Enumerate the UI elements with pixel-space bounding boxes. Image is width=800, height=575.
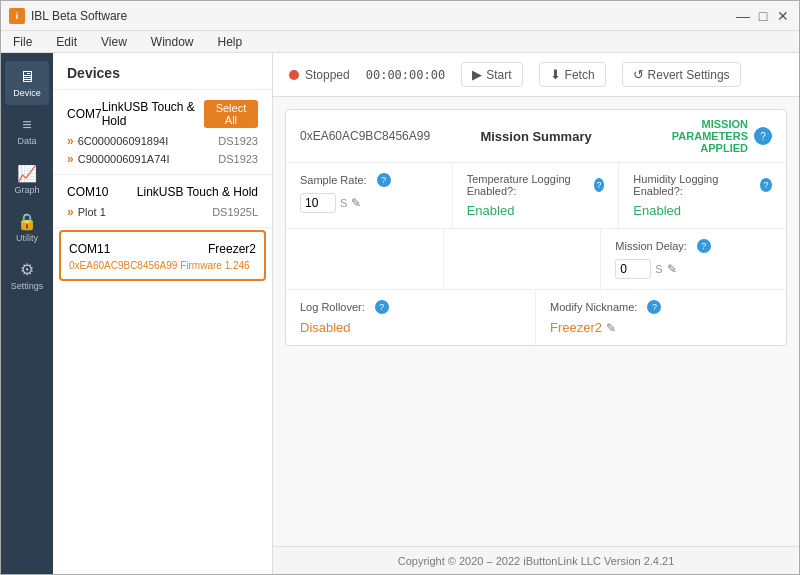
menu-edit[interactable]: Edit <box>50 33 83 51</box>
mission-title: Mission Summary <box>430 129 642 144</box>
log-rollover-cell: Log Rollover: ? Disabled <box>286 290 536 345</box>
com10-type: LinkUSB Touch & Hold <box>137 185 258 199</box>
mission-delay-row: Mission Delay: ? S ✎ <box>286 229 786 290</box>
mission-applied: MISSION PARAMETERS APPLIED <box>642 118 748 154</box>
sample-rate-input[interactable] <box>300 193 336 213</box>
menu-file[interactable]: File <box>7 33 38 51</box>
log-rollover-help-icon[interactable]: ? <box>375 300 389 314</box>
top-bar: Stopped 00:00:00:00 ▶ Start ⬇ Fetch ↺ Re… <box>273 53 799 97</box>
title-bar: i IBL Beta Software — □ ✕ <box>1 1 799 31</box>
temp-logging-value: Enabled <box>467 203 605 218</box>
devices-header: Devices <box>53 53 272 90</box>
start-button[interactable]: ▶ Start <box>461 62 522 87</box>
menu-view[interactable]: View <box>95 33 133 51</box>
device-model-plot1: DS1925L <box>212 206 258 218</box>
device-model-c9: DS1923 <box>218 153 258 165</box>
device-id-plot1: Plot 1 <box>78 206 208 218</box>
chevron-icon-plot1: » <box>67 205 74 219</box>
select-all-button[interactable]: Select All <box>204 100 258 128</box>
mission-delay-input[interactable] <box>615 259 651 279</box>
data-icon: ≡ <box>22 116 31 134</box>
sidebar-item-data[interactable]: ≡ Data <box>5 109 49 153</box>
device-id-c9: C9000006091A74I <box>78 153 215 165</box>
sidebar-label-utility: Utility <box>16 233 38 243</box>
device-id-6c: 6C000006091894I <box>78 135 215 147</box>
menu-window[interactable]: Window <box>145 33 200 51</box>
mission-panel: 0xEA60AC9BC8456A99 Mission Summary MISSI… <box>285 109 787 346</box>
device-group-com10-header: COM10 LinkUSB Touch & Hold <box>53 181 272 203</box>
sample-rate-cell: Sample Rate: ? S ✎ <box>286 163 453 229</box>
spacer-mid <box>444 229 602 289</box>
sample-rate-edit-icon[interactable]: ✎ <box>351 196 361 210</box>
mission-address: 0xEA60AC9BC8456A99 <box>300 129 430 143</box>
menu-help[interactable]: Help <box>212 33 249 51</box>
status-dot <box>289 70 299 80</box>
modify-nickname-input-row: Freezer2 ✎ <box>550 320 772 335</box>
device-row-plot1[interactable]: » Plot 1 DS1925L <box>53 203 272 221</box>
fetch-label: Fetch <box>565 68 595 82</box>
start-label: Start <box>486 68 511 82</box>
temp-logging-label: Temperature Logging Enabled?: ? <box>467 173 605 197</box>
utility-icon: 🔒 <box>17 212 37 231</box>
com10-port: COM10 <box>67 185 108 199</box>
sidebar-item-utility[interactable]: 🔒 Utility <box>5 205 49 249</box>
fetch-icon: ⬇ <box>550 67 561 82</box>
time-display: 00:00:00:00 <box>366 68 445 82</box>
sample-rate-label: Sample Rate: ? <box>300 173 438 187</box>
modify-nickname-help-icon[interactable]: ? <box>647 300 661 314</box>
modify-nickname-label: Modify Nickname: ? <box>550 300 772 314</box>
mission-help-icon[interactable]: ? <box>754 127 772 145</box>
device-group-com10: COM10 LinkUSB Touch & Hold » Plot 1 DS19… <box>53 175 272 228</box>
close-button[interactable]: ✕ <box>775 8 791 24</box>
main-area: 🖥 Device ≡ Data 📈 Graph 🔒 Utility ⚙ Sett… <box>1 53 799 574</box>
com11-port: COM11 <box>69 242 110 256</box>
modify-nickname-value: Freezer2 <box>550 320 602 335</box>
modify-nickname-cell: Modify Nickname: ? Freezer2 ✎ <box>536 290 786 345</box>
device-row-c9[interactable]: » C9000006091A74I DS1923 <box>53 150 272 168</box>
fetch-button[interactable]: ⬇ Fetch <box>539 62 606 87</box>
revert-settings-button[interactable]: ↺ Revert Settings <box>622 62 741 87</box>
mission-delay-help-icon[interactable]: ? <box>697 239 711 253</box>
minimize-button[interactable]: — <box>735 8 751 24</box>
humidity-logging-cell: Humidity Logging Enabled?: ? Enabled <box>619 163 786 229</box>
sample-rate-help-icon[interactable]: ? <box>377 173 391 187</box>
temp-logging-help-icon[interactable]: ? <box>594 178 604 192</box>
maximize-button[interactable]: □ <box>755 8 771 24</box>
mission-grid-row1: Sample Rate: ? S ✎ <box>286 163 786 229</box>
mission-delay-edit-icon[interactable]: ✎ <box>667 262 677 276</box>
device-group-com11[interactable]: COM11 Freezer2 0xEA60AC9BC8456A99 Firmwa… <box>59 230 266 281</box>
mission-delay-cell: Mission Delay: ? S ✎ <box>601 229 786 289</box>
sidebar-item-settings[interactable]: ⚙ Settings <box>5 253 49 297</box>
log-rollover-label: Log Rollover: ? <box>300 300 521 314</box>
modify-nickname-edit-icon[interactable]: ✎ <box>606 321 616 335</box>
content-area: Stopped 00:00:00:00 ▶ Start ⬇ Fetch ↺ Re… <box>273 53 799 574</box>
com7-type: LinkUSB Touch & Hold <box>102 100 204 128</box>
window-title: IBL Beta Software <box>31 9 127 23</box>
revert-label: Revert Settings <box>648 68 730 82</box>
device-row-6c[interactable]: » 6C000006091894I DS1923 <box>53 132 272 150</box>
sidebar: 🖥 Device ≡ Data 📈 Graph 🔒 Utility ⚙ Sett… <box>1 53 53 574</box>
settings-icon: ⚙ <box>20 260 34 279</box>
mission-delay-label: Mission Delay: ? <box>615 239 772 253</box>
footer: Copyright © 2020 – 2022 iButtonLink LLC … <box>273 546 799 574</box>
com7-port: COM7 <box>67 107 102 121</box>
humidity-logging-help-icon[interactable]: ? <box>760 178 772 192</box>
start-icon: ▶ <box>472 67 482 82</box>
app-window: i IBL Beta Software — □ ✕ File Edit View… <box>0 0 800 575</box>
sidebar-item-device[interactable]: 🖥 Device <box>5 61 49 105</box>
graph-icon: 📈 <box>17 164 37 183</box>
devices-panel: Devices COM7 LinkUSB Touch & Hold Select… <box>53 53 273 574</box>
sidebar-label-graph: Graph <box>14 185 39 195</box>
com11-firmware: Firmware 1.246 <box>180 260 249 271</box>
device-group-com7-header: COM7 LinkUSB Touch & Hold Select All <box>53 96 272 132</box>
mission-delay-input-row: S ✎ <box>615 259 772 279</box>
chevron-icon: » <box>67 134 74 148</box>
humidity-logging-label: Humidity Logging Enabled?: ? <box>633 173 772 197</box>
status-text: Stopped <box>305 68 350 82</box>
mission-header: 0xEA60AC9BC8456A99 Mission Summary MISSI… <box>286 110 786 163</box>
menu-bar: File Edit View Window Help <box>1 31 799 53</box>
com11-address: 0xEA60AC9BC8456A99 <box>69 260 177 271</box>
sidebar-item-graph[interactable]: 📈 Graph <box>5 157 49 201</box>
sample-rate-input-row: S ✎ <box>300 193 438 213</box>
device-icon: 🖥 <box>19 68 35 86</box>
